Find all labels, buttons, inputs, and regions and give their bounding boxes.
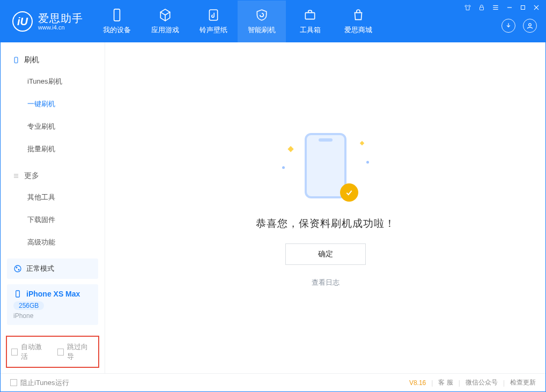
- link-check-update[interactable]: 检查更新: [510, 378, 536, 387]
- checkbox-label: 阻止iTunes运行: [20, 378, 69, 388]
- dot-icon: [366, 161, 369, 164]
- svg-rect-2: [305, 13, 314, 19]
- download-icon: [505, 22, 512, 29]
- device-panel: 正常模式 iPhone XS Max 256GB iPhone: [1, 258, 105, 336]
- logo-area: iU 爱思助手 www.i4.cn: [1, 1, 93, 42]
- tab-smart-flash[interactable]: 智能刷机: [238, 1, 286, 42]
- view-log-link[interactable]: 查看日志: [312, 278, 340, 287]
- app-name-en: www.i4.cn: [38, 24, 83, 31]
- flash-options-highlight: 自动激活 跳过向导: [6, 336, 99, 368]
- app-window: iU 爱思助手 www.i4.cn 我的设备 应用游戏 铃声壁纸 智能刷机: [0, 0, 546, 392]
- sidebar-item-oneclick-flash[interactable]: 一键刷机: [1, 93, 105, 115]
- device-card[interactable]: iPhone XS Max 256GB iPhone: [7, 284, 98, 325]
- mode-label: 正常模式: [26, 264, 54, 273]
- minimize-icon[interactable]: [506, 4, 513, 11]
- success-message: 恭喜您，保资料刷机成功啦！: [256, 217, 395, 231]
- tab-my-device[interactable]: 我的设备: [93, 1, 141, 42]
- sidebar-item-batch-flash[interactable]: 批量刷机: [1, 138, 105, 160]
- separator: |: [431, 379, 433, 387]
- dot-icon: [282, 166, 285, 169]
- checkbox-icon: [10, 379, 17, 386]
- sidebar-item-pro-flash[interactable]: 专业刷机: [1, 115, 105, 138]
- checkbox-skip-guide[interactable]: 跳过向导: [57, 342, 94, 361]
- music-file-icon: [206, 8, 220, 22]
- checkbox-icon: [57, 349, 64, 356]
- tab-ringtone-wallpaper[interactable]: 铃声壁纸: [189, 1, 238, 42]
- phone-outline-icon: [305, 133, 346, 198]
- window-controls: [464, 4, 540, 11]
- sidebar-item-other-tools[interactable]: 其他工具: [1, 186, 105, 209]
- sidebar-group-more: 更多: [1, 166, 105, 186]
- app-logo-icon: iU: [12, 11, 33, 32]
- sidebar-item-download-firmware[interactable]: 下载固件: [1, 209, 105, 231]
- version-label: V8.16: [409, 379, 426, 387]
- tab-store[interactable]: 爱思商城: [334, 1, 382, 42]
- tab-label: 应用游戏: [151, 25, 179, 35]
- sparkle-icon: [287, 146, 293, 152]
- tab-label: 铃声壁纸: [200, 25, 227, 35]
- refresh-shield-icon: [255, 8, 269, 22]
- mode-card[interactable]: 正常模式: [7, 258, 98, 279]
- checkbox-auto-activate[interactable]: 自动激活: [11, 342, 48, 361]
- phone-icon: [110, 8, 124, 22]
- checkmark-badge-icon: [340, 183, 358, 202]
- svg-rect-12: [14, 57, 18, 63]
- main-content: 恭喜您，保资料刷机成功啦！ 确定 查看日志: [105, 42, 545, 373]
- tshirt-icon[interactable]: [464, 4, 471, 11]
- sidebar-scroll: 刷机 iTunes刷机 一键刷机 专业刷机 批量刷机 更多 其他工具 下载固件 …: [1, 42, 105, 258]
- link-customer-service[interactable]: 客 服: [438, 378, 453, 387]
- app-title: 爱思助手 www.i4.cn: [38, 12, 83, 31]
- toolbox-icon: [303, 8, 317, 22]
- account-controls: [501, 19, 537, 33]
- sidebar: 刷机 iTunes刷机 一键刷机 专业刷机 批量刷机 更多 其他工具 下载固件 …: [1, 42, 105, 373]
- svg-rect-1: [209, 10, 217, 20]
- tab-apps-games[interactable]: 应用游戏: [141, 1, 189, 42]
- checkbox-block-itunes[interactable]: 阻止iTunes运行: [10, 378, 69, 388]
- ok-button[interactable]: 确定: [285, 243, 366, 265]
- device-icon: [12, 56, 20, 64]
- tab-label: 爱思商城: [344, 25, 372, 35]
- maximize-icon[interactable]: [520, 4, 526, 11]
- sidebar-group-title: 刷机: [24, 55, 39, 65]
- svg-rect-19: [16, 291, 20, 297]
- svg-rect-0: [114, 9, 120, 21]
- separator: |: [459, 379, 460, 387]
- lock-icon[interactable]: [478, 4, 485, 11]
- cube-icon: [158, 8, 172, 22]
- device-type: iPhone: [13, 312, 92, 320]
- account-button[interactable]: [523, 19, 537, 33]
- close-icon[interactable]: [533, 4, 540, 11]
- tab-label: 工具箱: [300, 25, 321, 35]
- link-wechat[interactable]: 微信公众号: [466, 378, 498, 387]
- mode-icon: [13, 264, 22, 273]
- status-bar: 阻止iTunes运行 V8.16 | 客 服 | 微信公众号 | 检查更新: [1, 373, 545, 391]
- svg-point-18: [18, 269, 20, 271]
- svg-rect-3: [480, 7, 484, 10]
- checkbox-label: 跳过向导: [67, 342, 94, 361]
- svg-point-11: [529, 24, 532, 26]
- tab-label: 智能刷机: [248, 25, 276, 35]
- tab-toolbox[interactable]: 工具箱: [286, 1, 334, 42]
- phone-icon: [13, 290, 22, 298]
- svg-point-17: [16, 267, 18, 269]
- nav-tabs: 我的设备 应用游戏 铃声壁纸 智能刷机 工具箱 爱思商城: [93, 1, 382, 42]
- sidebar-group-title: 更多: [24, 171, 39, 181]
- titlebar: iU 爱思助手 www.i4.cn 我的设备 应用游戏 铃声壁纸 智能刷机: [1, 1, 545, 42]
- checkbox-label: 自动激活: [21, 342, 48, 361]
- sidebar-group-flash: 刷机: [1, 50, 105, 70]
- status-right: V8.16 | 客 服 | 微信公众号 | 检查更新: [409, 378, 536, 387]
- titlebar-right: [464, 1, 545, 42]
- user-icon: [526, 22, 534, 29]
- sparkle-icon: [359, 140, 364, 145]
- list-icon: [12, 172, 20, 180]
- sidebar-item-itunes-flash[interactable]: iTunes刷机: [1, 70, 105, 93]
- download-button[interactable]: [501, 19, 515, 33]
- device-name: iPhone XS Max: [26, 290, 80, 298]
- tab-label: 我的设备: [103, 25, 131, 35]
- menu-icon[interactable]: [492, 4, 499, 11]
- success-illustration: [280, 129, 371, 204]
- separator: |: [503, 379, 505, 387]
- sidebar-item-advanced[interactable]: 高级功能: [1, 231, 105, 254]
- body: 刷机 iTunes刷机 一键刷机 专业刷机 批量刷机 更多 其他工具 下载固件 …: [1, 42, 545, 373]
- app-name-cn: 爱思助手: [38, 12, 83, 24]
